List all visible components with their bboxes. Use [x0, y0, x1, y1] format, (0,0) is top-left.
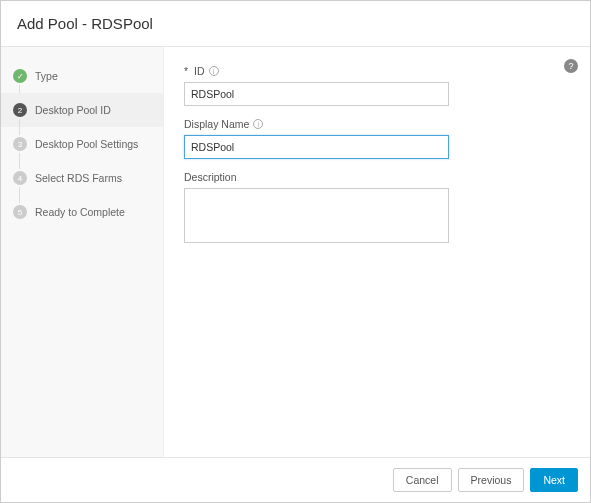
id-input[interactable]	[184, 82, 449, 106]
field-description: Description	[184, 171, 570, 247]
required-asterisk: *	[184, 65, 188, 77]
dialog-title: Add Pool - RDSPool	[17, 15, 574, 32]
display-name-label: Display Name i	[184, 118, 570, 130]
field-id: * ID i	[184, 65, 570, 106]
step-label: Select RDS Farms	[35, 172, 122, 184]
previous-button[interactable]: Previous	[458, 468, 525, 492]
step-desktop-pool-settings[interactable]: 3 Desktop Pool Settings	[1, 127, 163, 161]
step-number-icon: 5	[13, 205, 27, 219]
step-label: Type	[35, 70, 58, 82]
step-type[interactable]: Type	[1, 59, 163, 93]
cancel-button[interactable]: Cancel	[393, 468, 452, 492]
info-icon[interactable]: i	[253, 119, 263, 129]
info-icon[interactable]: i	[209, 66, 219, 76]
step-number-icon: 3	[13, 137, 27, 151]
step-label: Desktop Pool ID	[35, 104, 111, 116]
field-display-name: Display Name i	[184, 118, 570, 159]
step-ready-to-complete[interactable]: 5 Ready to Complete	[1, 195, 163, 229]
step-label: Ready to Complete	[35, 206, 125, 218]
form-panel: ? * ID i Display Name i Description	[164, 47, 590, 457]
help-icon[interactable]: ?	[564, 59, 578, 73]
step-select-rds-farms[interactable]: 4 Select RDS Farms	[1, 161, 163, 195]
next-button[interactable]: Next	[530, 468, 578, 492]
dialog-header: Add Pool - RDSPool	[1, 1, 590, 47]
step-number-icon: 4	[13, 171, 27, 185]
dialog-body: Type 2 Desktop Pool ID 3 Desktop Pool Se…	[1, 47, 590, 457]
id-label: * ID i	[184, 65, 570, 77]
check-icon	[13, 69, 27, 83]
display-name-input[interactable]	[184, 135, 449, 159]
step-number-icon: 2	[13, 103, 27, 117]
step-desktop-pool-id[interactable]: 2 Desktop Pool ID	[1, 93, 163, 127]
wizard-sidebar: Type 2 Desktop Pool ID 3 Desktop Pool Se…	[1, 47, 164, 457]
description-input[interactable]	[184, 188, 449, 243]
dialog-footer: Cancel Previous Next	[1, 457, 590, 502]
step-label: Desktop Pool Settings	[35, 138, 138, 150]
description-label: Description	[184, 171, 570, 183]
